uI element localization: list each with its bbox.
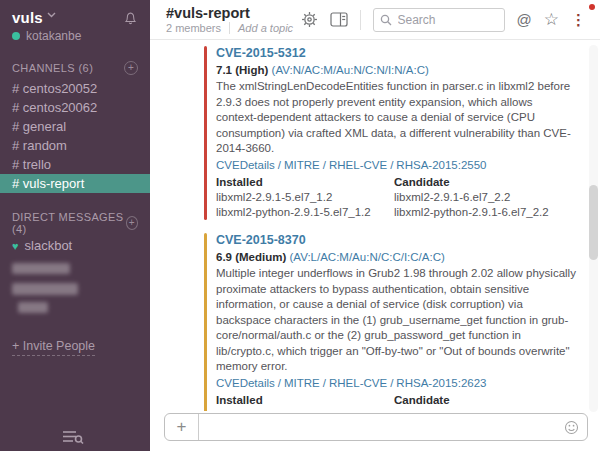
search-icon <box>380 14 392 26</box>
add-dm-icon[interactable]: + <box>126 216 139 230</box>
channel-details-icon[interactable] <box>330 12 348 27</box>
redacted-dm-name[interactable] <box>12 263 70 274</box>
add-topic-link[interactable]: Add a topic <box>229 22 293 34</box>
severity-score: 6.9 (Medium) <box>216 251 286 263</box>
emoji-picker-icon[interactable] <box>564 420 579 435</box>
link-rhel-cve[interactable]: RHEL-CVE <box>329 377 387 389</box>
notification-badge <box>589 4 595 10</box>
vuln-attachment: CVE-2015-8370 6.9 (Medium) (AV:L/AC:M/Au… <box>204 233 576 411</box>
sidebar-item-general[interactable]: # general <box>0 117 150 136</box>
vuln-attachment: CVE-2015-5312 7.1 (High) (AV:N/AC:M/Au:N… <box>204 46 576 220</box>
chevron-down-icon <box>47 12 56 18</box>
header-divider <box>360 10 361 30</box>
link-rhsa[interactable]: RHSA-2015:2550 <box>396 159 486 171</box>
search-input[interactable] <box>398 13 488 27</box>
severity-line: 7.1 (High) (AV:N/AC:M/Au:N/C:N/I:N/A:C) <box>216 63 576 79</box>
notifications-bell-icon[interactable] <box>123 11 138 26</box>
link-mitre[interactable]: MITRE <box>284 377 320 389</box>
link-cvedetails[interactable]: CVEDetails <box>216 159 275 171</box>
list-search-icon[interactable] <box>62 429 84 444</box>
link-rhel-cve[interactable]: RHEL-CVE <box>329 159 387 171</box>
link-cvedetails[interactable]: CVEDetails <box>216 377 275 389</box>
gear-icon[interactable] <box>301 11 318 28</box>
sidebar-item-vuls-report[interactable]: # vuls-report <box>0 174 150 193</box>
channel-title-block: #vuls-report 2 members Add a topic <box>166 5 293 34</box>
mentions-icon[interactable]: @ <box>517 11 532 28</box>
team-menu[interactable]: vuls <box>0 0 150 26</box>
cvss-vector-link[interactable]: (AV:L/AC:M/Au:N/C:C/I:C/A:C) <box>290 251 445 263</box>
severity-score: 7.1 (High) <box>216 64 268 76</box>
add-channel-icon[interactable]: + <box>124 61 138 75</box>
severity-line: 6.9 (Medium) (AV:L/AC:M/Au:N/C:C/I:C/A:C… <box>216 250 576 266</box>
cve-id-link[interactable]: CVE-2015-5312 <box>216 46 306 62</box>
installed-package: libxml2-2.9.1-5.el7_1.2 <box>216 190 394 205</box>
candidate-package: libxml2-python-2.9.1-6.el7_2.2 <box>394 205 572 220</box>
scrollbar-track[interactable] <box>589 45 598 412</box>
attach-file-button[interactable]: + <box>165 414 199 440</box>
redacted-dm-name[interactable] <box>18 302 48 313</box>
vuln-description: Multiple integer underflows in Grub2 1.9… <box>216 266 576 375</box>
invite-people-link[interactable]: + Invite People <box>12 339 95 356</box>
dm-header-label: DIRECT MESSAGES (4) <box>12 211 126 235</box>
search-box[interactable] <box>373 8 505 32</box>
scrollbar-thumb[interactable] <box>589 185 598 260</box>
channels-section-header: CHANNELS (6) + <box>0 61 150 75</box>
message-input[interactable] <box>199 420 564 435</box>
slackbot-heart-icon: ♥ <box>12 240 19 252</box>
user-name: kotakanbe <box>26 29 81 43</box>
cve-id-link[interactable]: CVE-2015-8370 <box>216 233 306 249</box>
sidebar-item-centos20052[interactable]: # centos20052 <box>0 79 150 98</box>
vuln-description: The xmlStringLenDecodeEntities function … <box>216 79 576 157</box>
link-rhsa[interactable]: RHSA-2015:2623 <box>396 377 486 389</box>
sidebar-item-centos20062[interactable]: # centos20062 <box>0 98 150 117</box>
dm-item-slackbot[interactable]: ♥ slackbot <box>0 235 150 256</box>
star-icon[interactable]: ☆ <box>544 9 559 30</box>
installed-column: Installed libxml2-2.9.1-5.el7_1.2 libxml… <box>216 175 394 220</box>
team-name: vuls <box>12 9 43 26</box>
sidebar-item-random[interactable]: # random <box>0 136 150 155</box>
installed-column: Installed grub2-2.02-0.29.el7 grub2-tool… <box>216 393 394 411</box>
current-user[interactable]: kotakanbe <box>0 26 150 43</box>
channels-header-label: CHANNELS (6) <box>12 62 93 74</box>
link-mitre[interactable]: MITRE <box>284 159 320 171</box>
installed-package: grub2-2.02-0.29.el7 <box>216 408 394 411</box>
main-panel: #vuls-report 2 members Add a topic @ ☆ ⋮ <box>150 0 600 451</box>
installed-package: libxml2-python-2.9.1-5.el7_1.2 <box>216 205 394 220</box>
presence-dot <box>12 32 20 40</box>
dm-section-header: DIRECT MESSAGES (4) + <box>0 211 150 235</box>
reference-links: CVEDetails/MITRE/RHEL-CVE/RHSA-2015:2623 <box>216 376 576 392</box>
candidate-package: libxml2-2.9.1-6.el7_2.2 <box>394 190 572 205</box>
reference-links: CVEDetails/MITRE/RHEL-CVE/RHSA-2015:2550 <box>216 158 576 174</box>
sidebar-item-trello[interactable]: # trello <box>0 155 150 174</box>
candidate-package: grub2-1:2.02-0.34.el7_2 <box>394 408 572 411</box>
candidate-column: Candidate libxml2-2.9.1-6.el7_2.2 libxml… <box>394 175 572 220</box>
candidate-column: Candidate grub2-1:2.02-0.34.el7_2 grub2-… <box>394 393 572 411</box>
channel-list: # centos20052 # centos20062 # general # … <box>0 79 150 193</box>
channel-header: #vuls-report 2 members Add a topic @ ☆ ⋮ <box>150 0 600 40</box>
dm-label: slackbot <box>25 238 73 253</box>
message-list: CVE-2015-5312 7.1 (High) (AV:N/AC:M/Au:N… <box>150 40 600 411</box>
members-count[interactable]: 2 members <box>166 22 229 34</box>
redacted-dm-name[interactable] <box>12 283 78 295</box>
more-options-icon[interactable]: ⋮ <box>571 11 586 29</box>
page-title: #vuls-report <box>166 5 293 21</box>
message-composer: + <box>164 413 588 441</box>
cvss-vector-link[interactable]: (AV:N/AC:M/Au:N/C:N/I:N/A:C) <box>272 64 429 76</box>
sidebar: vuls kotakanbe CHANNELS (6) + # centos20… <box>0 0 150 451</box>
